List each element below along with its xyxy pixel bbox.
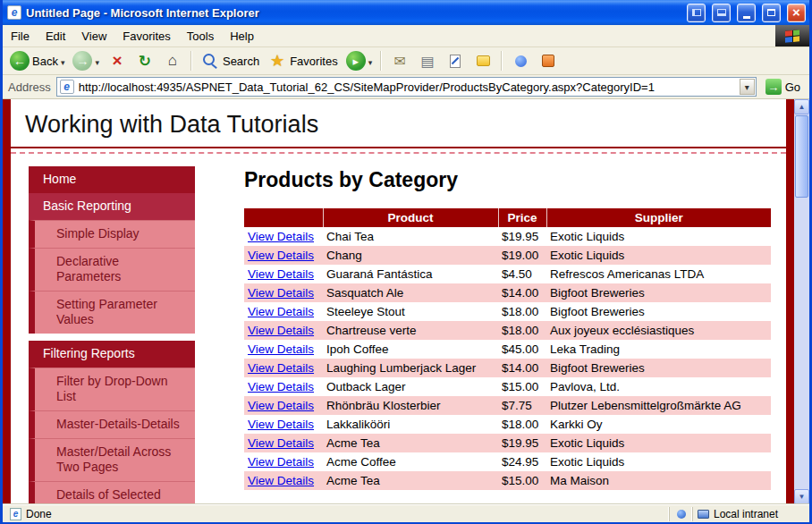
sidebar-item[interactable]: Filtering Reports: [29, 341, 195, 368]
titlebar-extra-button-2[interactable]: [712, 4, 731, 22]
menu-item-help[interactable]: Help: [222, 25, 262, 46]
media-icon: [346, 51, 366, 71]
product-cell: Chai Tea: [323, 227, 498, 246]
supplier-cell: Bigfoot Breweries: [546, 302, 771, 321]
sidebar-item[interactable]: Filter by Drop-Down List: [29, 368, 195, 410]
scroll-up-button[interactable]: [794, 99, 809, 114]
view-details-link[interactable]: View Details: [248, 474, 314, 487]
menu-item-file[interactable]: File: [3, 25, 38, 46]
discuss-icon: [473, 51, 493, 71]
sidebar-item[interactable]: Basic Reporting: [29, 193, 195, 220]
table-row: View DetailsAcme Tea$19.95Exotic Liquids: [244, 434, 771, 452]
view-details-link[interactable]: View Details: [248, 267, 314, 281]
vertical-scrollbar: [794, 99, 809, 504]
sidebar-item[interactable]: Declarative Parameters: [29, 248, 195, 291]
tile-icon: [692, 9, 701, 16]
price-cell: $18.00: [498, 415, 546, 434]
main-content: Products by Category ProductPriceSupplie…: [195, 166, 786, 504]
status-mid-pane: [669, 507, 692, 521]
search-icon: [200, 51, 220, 71]
sidebar-item[interactable]: Master/Detail Across Two Pages: [29, 438, 195, 481]
go-button[interactable]: Go: [762, 79, 804, 95]
sidebar-item[interactable]: Master-Details-Details: [29, 410, 195, 438]
view-details-link[interactable]: View Details: [248, 230, 314, 243]
view-details-link[interactable]: View Details: [248, 249, 314, 262]
address-input[interactable]: e http://localhost:4935/ASPNET_Data_Tuto…: [56, 77, 757, 97]
intranet-zone-icon: [698, 510, 709, 519]
price-cell: $14.00: [498, 283, 546, 302]
table-row: View DetailsSteeleye Stout$18.00Bigfoot …: [244, 302, 771, 321]
column-header: Product: [323, 208, 498, 227]
menu-item-view[interactable]: View: [73, 25, 114, 46]
go-arrow-icon: [765, 79, 782, 95]
discuss-button[interactable]: [469, 49, 496, 72]
media-button[interactable]: [343, 49, 376, 72]
table-body: View DetailsChai Tea$19.95Exotic Liquids…: [244, 227, 771, 490]
back-button[interactable]: Back: [6, 49, 68, 72]
messenger-icon: [511, 51, 530, 71]
view-details-cell: View Details: [244, 265, 323, 283]
view-details-link[interactable]: View Details: [248, 436, 314, 450]
scrollbar-track[interactable]: [794, 114, 809, 489]
titlebar-extra-button-1[interactable]: [687, 4, 706, 22]
toolbar-separator: [501, 51, 503, 71]
favorites-button[interactable]: Favorites: [264, 49, 341, 72]
view-details-link[interactable]: View Details: [248, 342, 314, 356]
scrollbar-thumb[interactable]: [795, 115, 808, 198]
column-header: Supplier: [546, 208, 771, 227]
minimize-button[interactable]: [737, 4, 756, 22]
view-details-link[interactable]: View Details: [248, 399, 314, 412]
table-row: View DetailsAcme Tea$15.00Ma Maison: [244, 471, 771, 490]
mail-button[interactable]: [386, 49, 413, 72]
table-row: View DetailsSasquatch Ale$14.00Bigfoot B…: [244, 283, 771, 302]
close-icon: [792, 4, 800, 21]
close-button[interactable]: [787, 4, 806, 22]
address-bar: Address e http://localhost:4935/ASPNET_D…: [3, 75, 809, 99]
home-button[interactable]: [159, 49, 186, 72]
dropdown-arrow-icon: [95, 55, 99, 68]
view-details-link[interactable]: View Details: [248, 324, 314, 337]
view-details-cell: View Details: [244, 340, 323, 359]
status-left-pane: e Done: [5, 507, 669, 521]
view-details-link[interactable]: View Details: [248, 418, 314, 431]
sidebar-gap: [29, 334, 195, 341]
view-details-link[interactable]: View Details: [248, 286, 314, 300]
sidebar-item[interactable]: Home: [29, 166, 195, 193]
product-cell: Chartreuse verte: [323, 321, 498, 340]
scroll-down-button[interactable]: [794, 489, 809, 504]
menu-item-favorites[interactable]: Favorites: [114, 25, 178, 46]
view-details-cell: View Details: [244, 227, 323, 246]
research-button[interactable]: [535, 49, 562, 72]
product-cell: Laughing Lumberjack Lager: [323, 359, 498, 377]
page-title: Products by Category: [244, 168, 786, 192]
sidebar-item[interactable]: Details of Selected Row: [29, 481, 195, 504]
stop-button[interactable]: [104, 49, 131, 72]
view-details-link[interactable]: View Details: [248, 455, 314, 469]
forward-icon: [72, 51, 92, 71]
view-details-cell: View Details: [244, 471, 323, 490]
sidebar-item[interactable]: Setting Parameter Values: [29, 291, 195, 334]
view-details-cell: View Details: [244, 452, 323, 471]
print-icon: [418, 51, 437, 71]
globe-icon: [677, 510, 686, 519]
view-details-link[interactable]: View Details: [248, 361, 314, 375]
sidebar-item[interactable]: Simple Display: [29, 220, 195, 248]
table-row: View DetailsChai Tea$19.95Exotic Liquids: [244, 227, 771, 246]
view-details-cell: View Details: [244, 246, 323, 265]
refresh-button[interactable]: [131, 49, 158, 72]
price-cell: $15.00: [498, 471, 546, 490]
menu-item-tools[interactable]: Tools: [179, 25, 222, 46]
view-details-cell: View Details: [244, 377, 323, 396]
search-button[interactable]: Search: [197, 49, 263, 72]
address-dropdown-button[interactable]: [740, 79, 755, 95]
price-cell: $14.00: [498, 359, 546, 377]
print-button[interactable]: [414, 49, 441, 72]
maximize-button[interactable]: [762, 4, 781, 22]
view-details-link[interactable]: View Details: [248, 305, 314, 318]
view-details-link[interactable]: View Details: [248, 380, 314, 393]
menu-item-edit[interactable]: Edit: [38, 25, 73, 46]
forward-button[interactable]: [69, 49, 103, 72]
messenger-button[interactable]: [507, 49, 534, 72]
edit-button[interactable]: [442, 49, 469, 72]
table-row: View DetailsGuaraná Fantástica$4.50Refre…: [244, 265, 771, 283]
